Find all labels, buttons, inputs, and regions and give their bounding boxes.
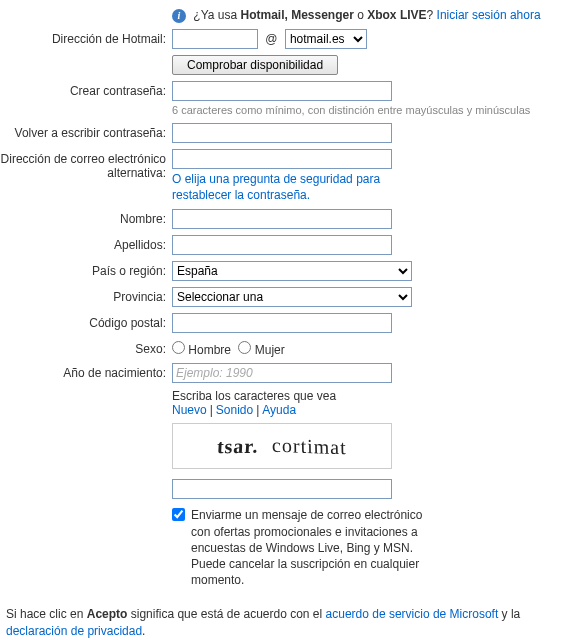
label-country: País o región:: [0, 261, 172, 278]
label-create-password: Crear contraseña:: [0, 81, 172, 98]
label-birthyear: Año de nacimiento:: [0, 363, 172, 380]
label-alt-email: Dirección de correo electrónicoalternati…: [0, 149, 172, 180]
label-province: Provincia:: [0, 287, 172, 304]
lastname-input[interactable]: [172, 235, 392, 255]
gender-male-radio[interactable]: [172, 341, 185, 354]
email-domain-select[interactable]: hotmail.es: [285, 29, 367, 49]
check-availability-button[interactable]: Comprobar disponibilidad: [172, 55, 338, 75]
password-input[interactable]: [172, 81, 392, 101]
intro-prefix: ¿Ya usa: [193, 8, 240, 22]
captcha-prompt: Escriba los caracteres que vea: [172, 389, 543, 403]
birthyear-input[interactable]: [172, 363, 392, 383]
label-gender: Sexo:: [0, 339, 172, 356]
privacy-link[interactable]: declaración de privacidad: [6, 624, 142, 638]
country-select[interactable]: España: [172, 261, 412, 281]
firstname-input[interactable]: [172, 209, 392, 229]
captcha-image: tsar. cortimat: [172, 423, 392, 469]
label-firstname: Nombre:: [0, 209, 172, 226]
intro-brand3: Xbox LIVE: [367, 8, 426, 22]
captcha-help-link[interactable]: Ayuda: [262, 403, 296, 417]
marketing-label: Enviarme un mensaje de correo electrónic…: [191, 507, 432, 588]
tos-link[interactable]: acuerdo de servicio de Microsoft: [326, 607, 499, 621]
label-repeat-password: Volver a escribir contraseña:: [0, 123, 172, 140]
province-select[interactable]: Seleccionar una: [172, 287, 412, 307]
alt-email-input[interactable]: [172, 149, 392, 169]
email-local-input[interactable]: [172, 29, 258, 49]
label-postal: Código postal:: [0, 313, 172, 330]
password-hint: 6 caracteres como mínimo, con distinción…: [172, 103, 543, 117]
terms-text: Si hace clic en Acepto significa que est…: [0, 606, 573, 640]
security-question-link[interactable]: O elija una pregunta de seguridad para r…: [172, 172, 380, 202]
intro-brands: Hotmail, Messenger: [240, 8, 353, 22]
password-repeat-input[interactable]: [172, 123, 392, 143]
gender-female-label: Mujer: [255, 343, 285, 357]
captcha-input[interactable]: [172, 479, 392, 499]
info-icon: i: [172, 9, 186, 23]
gender-female-radio[interactable]: [238, 341, 251, 354]
captcha-new-link[interactable]: Nuevo: [172, 403, 207, 417]
at-sign: @: [265, 32, 277, 46]
label-email: Dirección de Hotmail:: [0, 29, 172, 46]
marketing-checkbox[interactable]: [172, 508, 185, 521]
signin-link[interactable]: Iniciar sesión ahora: [437, 8, 541, 22]
label-lastname: Apellidos:: [0, 235, 172, 252]
captcha-sound-link[interactable]: Sonido: [216, 403, 253, 417]
gender-male-label: Hombre: [188, 343, 231, 357]
postal-input[interactable]: [172, 313, 392, 333]
